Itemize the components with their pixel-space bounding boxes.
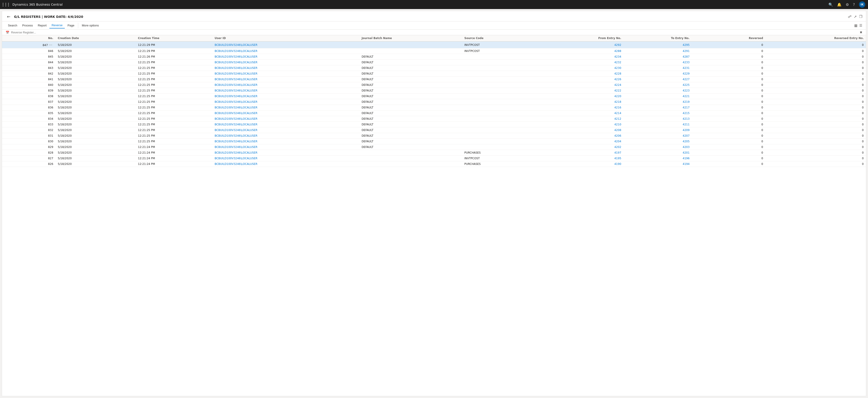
- cell-user[interactable]: BCBUILD100V3246\LOCALUSER: [212, 54, 359, 60]
- cell-to[interactable]: 4223: [623, 88, 692, 94]
- cell-user[interactable]: BCBUILD100V3246\LOCALUSER: [212, 161, 359, 167]
- cell-from[interactable]: 4197: [542, 150, 623, 156]
- row-menu-icon[interactable]: ⋯: [48, 43, 53, 47]
- cell-from[interactable]: 4204: [542, 139, 623, 144]
- table-row[interactable]: 8325/18/202012:21:25 PMBCBUILD100V3246\L…: [2, 127, 866, 133]
- table-row[interactable]: 847⋯5/18/202012:21:29 PMBCBUILD100V3246\…: [2, 41, 866, 48]
- cell-user[interactable]: BCBUILD100V3246\LOCALUSER: [212, 150, 359, 156]
- table-row[interactable]: 8455/18/202012:21:26 PMBCBUILD100V3246\L…: [2, 54, 866, 60]
- cell-to[interactable]: 4231: [623, 65, 692, 71]
- cell-user[interactable]: BCBUILD100V3246\LOCALUSER: [212, 41, 359, 48]
- filter-clear-icon[interactable]: ✖: [860, 31, 862, 34]
- cell-to[interactable]: 4209: [623, 127, 692, 133]
- cell-from[interactable]: 4212: [542, 116, 623, 122]
- cell-to[interactable]: 4291: [623, 48, 692, 54]
- cell-from[interactable]: 4195: [542, 156, 623, 161]
- cell-to[interactable]: 4219: [623, 99, 692, 105]
- cell-user[interactable]: BCBUILD100V3246\LOCALUSER: [212, 127, 359, 133]
- cell-to[interactable]: 4295: [623, 41, 692, 48]
- table-row[interactable]: 8385/18/202012:21:25 PMBCBUILD100V3246\L…: [2, 94, 866, 99]
- search-icon[interactable]: 🔍: [829, 2, 833, 7]
- table-row[interactable]: 8285/18/202012:21:24 PMBCBUILD100V3246\L…: [2, 150, 866, 156]
- table-row[interactable]: 8415/18/202012:21:25 PMBCBUILD100V3246\L…: [2, 76, 866, 82]
- cell-user[interactable]: BCBUILD100V3246\LOCALUSER: [212, 144, 359, 150]
- cell-user[interactable]: BCBUILD100V3246\LOCALUSER: [212, 156, 359, 161]
- cell-from[interactable]: 4288: [542, 48, 623, 54]
- cell-to[interactable]: 4225: [623, 82, 692, 88]
- table-row[interactable]: 8355/18/202012:21:25 PMBCBUILD100V3246\L…: [2, 110, 866, 116]
- cell-to[interactable]: 4194: [623, 161, 692, 167]
- cell-to[interactable]: 4205: [623, 139, 692, 144]
- table-row[interactable]: 8295/18/202012:21:24 PMBCBUILD100V3246\L…: [2, 144, 866, 150]
- table-row[interactable]: 8375/18/202012:21:25 PMBCBUILD100V3246\L…: [2, 99, 866, 105]
- cell-from[interactable]: 4208: [542, 127, 623, 133]
- cell-from[interactable]: 4220: [542, 94, 623, 99]
- cell-from[interactable]: 4228: [542, 71, 623, 76]
- table-row[interactable]: 8445/18/202012:21:25 PMBCBUILD100V3246\L…: [2, 60, 866, 65]
- cell-to[interactable]: 4221: [623, 94, 692, 99]
- cell-to[interactable]: 4227: [623, 76, 692, 82]
- cell-user[interactable]: BCBUILD100V3246\LOCALUSER: [212, 105, 359, 110]
- cell-from[interactable]: 4292: [542, 41, 623, 48]
- settings-icon[interactable]: ⚙: [846, 2, 849, 7]
- table-row[interactable]: 8305/18/202012:21:25 PMBCBUILD100V3246\L…: [2, 139, 866, 144]
- cell-to[interactable]: 4287: [623, 54, 692, 60]
- col-header-source[interactable]: Source Code: [462, 35, 542, 41]
- table-row[interactable]: 8315/18/202012:21:25 PMBCBUILD100V3246\L…: [2, 133, 866, 139]
- filter-icon[interactable]: ▦: [854, 24, 857, 28]
- back-button[interactable]: ←: [6, 14, 12, 20]
- col-header-time[interactable]: Creation Time: [135, 35, 212, 41]
- page-button[interactable]: Page: [65, 23, 76, 28]
- avatar[interactable]: IK: [859, 1, 865, 8]
- reverse-button[interactable]: Reverse: [49, 22, 65, 29]
- cell-user[interactable]: BCBUILD100V3246\LOCALUSER: [212, 48, 359, 54]
- table-row[interactable]: 8345/18/202012:21:25 PMBCBUILD100V3246\L…: [2, 116, 866, 122]
- cell-to[interactable]: 4207: [623, 133, 692, 139]
- col-header-to[interactable]: To Entry No.: [623, 35, 692, 41]
- filter-input[interactable]: [11, 31, 858, 34]
- cell-to[interactable]: 4229: [623, 71, 692, 76]
- cell-user[interactable]: BCBUILD100V3246\LOCALUSER: [212, 88, 359, 94]
- cell-user[interactable]: BCBUILD100V3246\LOCALUSER: [212, 99, 359, 105]
- col-header-revno[interactable]: Reversed Entry No.: [765, 35, 866, 41]
- col-header-user[interactable]: User ID: [212, 35, 359, 41]
- cell-from[interactable]: 4222: [542, 88, 623, 94]
- cell-user[interactable]: BCBUILD100V3246\LOCALUSER: [212, 71, 359, 76]
- cell-user[interactable]: BCBUILD100V3246\LOCALUSER: [212, 122, 359, 127]
- maximize-icon[interactable]: ❐: [859, 14, 862, 19]
- cell-to[interactable]: 4211: [623, 122, 692, 127]
- cell-from[interactable]: 4214: [542, 110, 623, 116]
- cell-from[interactable]: 4206: [542, 133, 623, 139]
- col-header-from[interactable]: From Entry No.: [542, 35, 623, 41]
- cell-user[interactable]: BCBUILD100V3246\LOCALUSER: [212, 65, 359, 71]
- cell-from[interactable]: 4190: [542, 161, 623, 167]
- table-row[interactable]: 8435/18/202012:21:25 PMBCBUILD100V3246\L…: [2, 65, 866, 71]
- notification-icon[interactable]: 🔔: [837, 2, 842, 7]
- cell-from[interactable]: 4216: [542, 105, 623, 110]
- col-header-batch[interactable]: Journal Batch Name: [360, 35, 462, 41]
- cell-to[interactable]: 4203: [623, 144, 692, 150]
- cell-from[interactable]: 4230: [542, 65, 623, 71]
- cell-to[interactable]: 4196: [623, 156, 692, 161]
- col-header-reversed[interactable]: Reversed: [692, 35, 765, 41]
- cell-from[interactable]: 4202: [542, 144, 623, 150]
- col-header-date[interactable]: Creation Date: [56, 35, 136, 41]
- cell-to[interactable]: 4233: [623, 60, 692, 65]
- cell-to[interactable]: 4201: [623, 150, 692, 156]
- table-row[interactable]: 8425/18/202012:21:25 PMBCBUILD100V3246\L…: [2, 71, 866, 76]
- share-icon[interactable]: ➚: [854, 14, 857, 19]
- help-icon[interactable]: ?: [853, 2, 855, 7]
- app-grid-icon[interactable]: [3, 3, 10, 6]
- cell-user[interactable]: BCBUILD100V3246\LOCALUSER: [212, 76, 359, 82]
- cell-from[interactable]: 4226: [542, 76, 623, 82]
- cell-to[interactable]: 4213: [623, 116, 692, 122]
- table-row[interactable]: 8465/18/202012:21:29 PMBCBUILD100V3246\L…: [2, 48, 866, 54]
- table-row[interactable]: 8365/18/202012:21:25 PMBCBUILD100V3246\L…: [2, 105, 866, 110]
- table-row[interactable]: 8265/18/202012:21:24 PMBCBUILD100V3246\L…: [2, 161, 866, 167]
- process-button[interactable]: Process: [20, 23, 35, 28]
- cell-to[interactable]: 4215: [623, 110, 692, 116]
- cell-from[interactable]: 4234: [542, 54, 623, 60]
- more-options-button[interactable]: More options: [80, 23, 101, 28]
- cell-from[interactable]: 4218: [542, 99, 623, 105]
- cell-user[interactable]: BCBUILD100V3246\LOCALUSER: [212, 116, 359, 122]
